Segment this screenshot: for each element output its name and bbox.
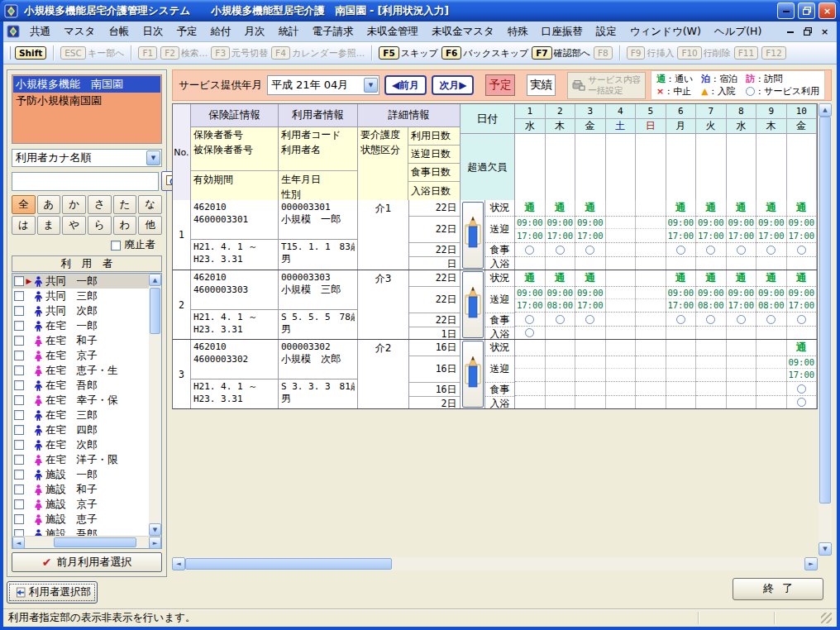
kana-button-11[interactable]: 他 [138,216,162,235]
mdi-child-icon[interactable] [7,25,21,39]
plan-button[interactable]: 予定 [485,74,514,96]
day-cell-2[interactable] [546,340,576,408]
edit-pencil-button[interactable] [462,341,484,408]
kana-button-6[interactable]: は [12,216,36,235]
grid-hscrollbar[interactable]: ◄ ► [172,557,818,570]
scroll-left-button[interactable]: ◄ [12,537,25,549]
user-row-1[interactable]: 共同 三郎 [12,289,149,303]
user-checkbox[interactable] [14,306,24,316]
next-month-button[interactable]: 次月▶ [432,75,474,95]
mdi-close-button[interactable]: × [818,26,832,38]
kana-button-8[interactable]: や [62,216,86,235]
day-cell-8[interactable] [727,340,757,408]
scroll-up-button[interactable]: ▲ [819,103,832,117]
mdi-restore-button[interactable] [800,26,814,38]
user-row-0[interactable]: ▶共同 一郎 [12,274,149,289]
user-row-11[interactable]: 在宅 次郎 [12,437,149,452]
kana-button-3[interactable]: さ [88,195,112,214]
user-row-10[interactable]: 在宅 四郎 [12,422,149,437]
scroll-track[interactable] [25,537,149,548]
facility-item-0[interactable]: 小規模多機能 南国園 [13,76,160,93]
exit-button[interactable]: 終了 [733,578,823,600]
day-cell-10[interactable]: 通09:0017:00 [787,270,818,339]
edit-pencil-button[interactable] [462,271,484,338]
kana-button-7[interactable]: ま [37,216,61,235]
toolbar-key-f7[interactable]: F7確認部へ [532,46,590,60]
day-cell-7[interactable] [696,340,727,408]
sort-order-combo[interactable]: 利用者カナ名順 ▼ [12,149,162,167]
day-cell-9[interactable]: 通09:0008:00 [756,270,787,339]
menu-item-6[interactable]: 月次 [237,22,271,40]
menu-item-15[interactable]: ヘルプ(H) [708,22,769,40]
user-search-input[interactable] [12,172,159,191]
toolbar-key-f5[interactable]: F5スキップ [379,46,438,60]
user-row-3[interactable]: 在宅 一郎 [12,318,149,333]
user-checkbox[interactable] [14,410,24,420]
day-cell-4[interactable] [606,340,637,408]
day-cell-4[interactable] [606,270,637,339]
menu-item-0[interactable]: 共通 [23,22,57,40]
scrollbar-thumb[interactable] [54,537,136,547]
user-checkbox[interactable] [14,514,24,524]
retired-checkbox[interactable] [111,241,121,251]
combo-arrow-icon[interactable]: ▼ [146,150,160,165]
user-row-2[interactable]: 共同 次郎 [12,303,149,318]
user-checkbox[interactable] [14,529,24,536]
menu-item-10[interactable]: 未収金マスタ [425,22,501,40]
user-row-7[interactable]: 在宅 吾郎 [12,378,149,393]
kana-button-1[interactable]: あ [37,195,61,214]
edit-pencil-button[interactable] [462,202,484,269]
day-cell-3[interactable]: 通09:0017:00 [575,200,606,270]
day-cell-9[interactable] [756,340,787,408]
day-cell-1[interactable]: 通09:0017:00 [515,270,546,339]
user-row-4[interactable]: 在宅 和子 [12,333,149,348]
user-checkbox[interactable] [14,336,24,346]
menu-item-14[interactable]: ウィンドウ(W) [623,22,708,40]
user-checkbox[interactable] [14,351,24,360]
user-checkbox[interactable] [14,395,24,405]
user-row-17[interactable]: 施設 吾郎 [12,527,149,536]
day-cell-7[interactable]: 通09:0017:00 [696,200,727,270]
day-cell-10[interactable]: 通09:0017:00 [787,340,818,408]
user-checkbox[interactable] [14,276,24,286]
scroll-track[interactable] [185,557,804,570]
user-checkbox[interactable] [14,380,24,390]
day-cell-6[interactable] [666,340,697,408]
scroll-left-button[interactable]: ◄ [172,557,185,570]
scroll-right-button[interactable]: ► [804,557,818,570]
day-cell-10[interactable]: 通09:0017:00 [787,200,818,270]
kana-button-2[interactable]: か [62,195,86,214]
day-cell-6[interactable]: 通09:0017:00 [666,200,697,270]
user-checkbox[interactable] [14,484,24,494]
kana-button-10[interactable]: わ [113,216,137,235]
scroll-track[interactable] [149,286,161,523]
day-cell-5[interactable] [636,200,666,270]
day-cell-2[interactable]: 通09:0017:00 [546,200,576,270]
user-checkbox[interactable] [14,365,24,375]
user-row-13[interactable]: 施設 一郎 [12,467,149,482]
user-row-5[interactable]: 在宅 京子 [12,348,149,363]
user-row-14[interactable]: 施設 和子 [12,482,149,497]
scroll-right-button[interactable]: ► [149,537,161,549]
day-cell-4[interactable] [606,200,637,270]
user-list-hscrollbar[interactable]: ◄ ► [12,536,161,548]
scroll-track[interactable] [819,117,832,542]
menu-item-4[interactable]: 予定 [169,22,203,40]
scroll-down-button[interactable]: ▼ [149,523,161,536]
kana-button-5[interactable]: な [138,195,162,214]
day-cell-9[interactable]: 通09:0017:00 [756,200,787,270]
menu-item-13[interactable]: 設定 [589,22,623,40]
scroll-up-button[interactable]: ▲ [149,274,161,286]
day-cell-8[interactable]: 通09:0017:00 [727,200,757,270]
scrollbar-thumb[interactable] [150,288,160,334]
user-row-9[interactable]: 在宅 三郎 [12,408,149,422]
batch-setting-button[interactable]: サービス内容 一括設定 [567,72,646,99]
combo-arrow-icon[interactable]: ▼ [364,78,378,93]
user-row-8[interactable]: 在宅 幸子・保 [12,393,149,408]
user-checkbox[interactable] [14,291,24,301]
user-select-part-button[interactable]: 利用者選択部 [7,581,98,604]
prev-month-button[interactable]: ◀前月 [384,75,427,95]
menu-item-1[interactable]: マスタ [57,22,102,40]
facility-item-1[interactable]: 予防小規模南国園 [13,93,160,109]
actual-button[interactable]: 実績 [527,74,556,96]
